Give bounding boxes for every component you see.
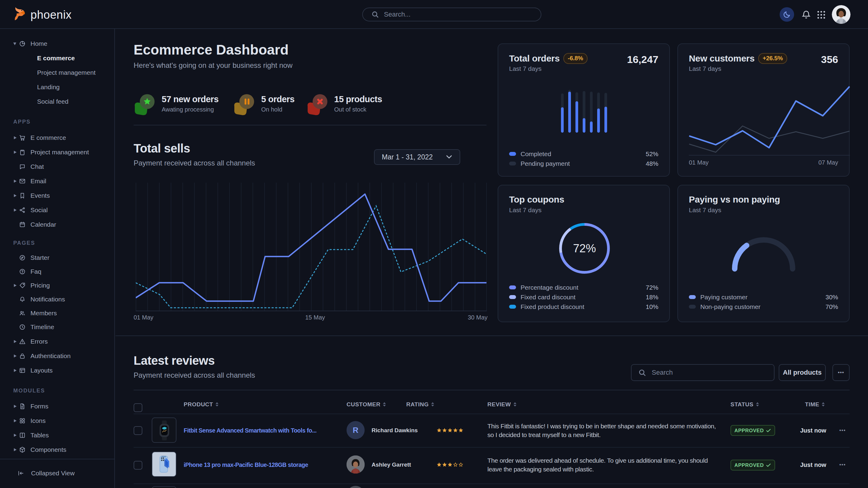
svg-text:72%: 72% (573, 242, 596, 255)
